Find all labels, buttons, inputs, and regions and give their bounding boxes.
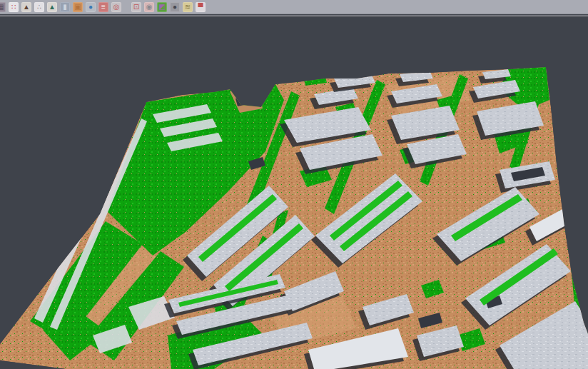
point-picking-icon[interactable]: ∴ [34,2,44,12]
globe-icon-glyph: ● [88,2,93,12]
circle-tool-icon[interactable]: ◎ [111,2,121,12]
point-picking-icon-glyph: ∴ [37,2,41,12]
volume-box-icon-glyph: ▣ [74,2,81,12]
application-window: ▦∷▲∴▲▮▣●≡◎⊡◉◩●≋▀ [0,0,588,369]
main-toolbar: ▦∷▲∴▲▮▣●≡◎⊡◉◩●≋▀ [0,0,588,14]
list-icon[interactable]: ≡ [98,2,108,12]
classification-colors-icon[interactable]: ◩ [157,2,167,12]
camera-icon[interactable]: ● [170,2,180,12]
globe-icon[interactable]: ● [86,2,96,12]
render-icon-glyph: ◉ [146,2,153,12]
classification-colors-icon-glyph: ◩ [158,2,165,12]
camera-icon-glyph: ● [173,2,177,12]
render-icon[interactable]: ◉ [144,2,154,12]
label-icon-glyph: ≋ [185,2,191,12]
label-icon[interactable]: ≋ [183,2,193,12]
toolbar-divider [0,15,588,17]
terrain-icon[interactable]: ▲ [21,2,31,12]
panel-icon[interactable]: ▮ [60,2,70,12]
hill-icon[interactable]: ▲ [47,2,57,12]
list-icon-glyph: ≡ [101,2,106,12]
point-pairs-icon[interactable]: ∷ [9,2,19,12]
crop-icon[interactable]: ⊡ [131,2,141,12]
panel-icon-glyph: ▮ [63,2,67,12]
crop-icon-glyph: ⊡ [133,2,139,12]
flag-icon-glyph: ▀ [198,2,203,12]
mesh-icon[interactable]: ▦ [0,2,6,12]
point-cloud-3d-viewport[interactable] [0,0,588,369]
hill-icon-glyph: ▲ [49,2,56,12]
point-pairs-icon-glyph: ∷ [11,2,16,12]
volume-box-icon[interactable]: ▣ [73,2,83,12]
mesh-icon-glyph: ▦ [0,2,4,12]
flag-icon[interactable]: ▀ [196,2,206,12]
terrain-icon-glyph: ▲ [23,2,30,12]
circle-tool-icon-glyph: ◎ [113,2,120,12]
